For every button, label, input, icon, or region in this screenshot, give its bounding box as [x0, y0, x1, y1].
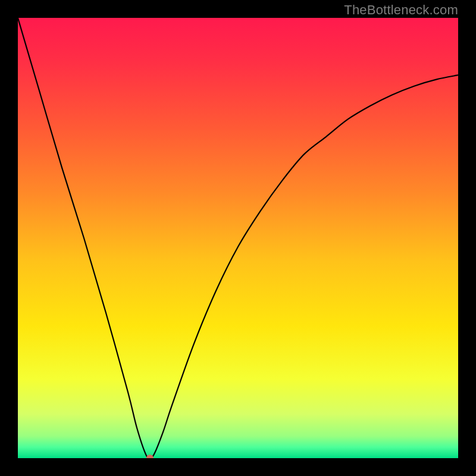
chart-plot-area: [18, 18, 458, 458]
watermark-label: TheBottleneck.com: [344, 2, 458, 18]
svg-point-1: [146, 455, 154, 458]
bottleneck-curve: [18, 18, 458, 458]
